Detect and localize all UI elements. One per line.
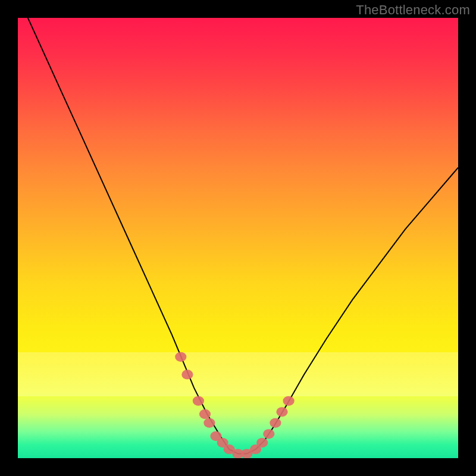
chart-frame: TheBottleneck.com [0, 0, 476, 476]
marker-dot [175, 352, 186, 362]
highlight-dots [175, 352, 295, 458]
marker-dot [263, 429, 274, 439]
plot-area [18, 18, 458, 458]
marker-dot [270, 418, 281, 428]
marker-dot [276, 407, 287, 416]
marker-dot [203, 418, 215, 428]
marker-dot [193, 396, 204, 406]
watermark-text: TheBottleneck.com [356, 2, 470, 18]
bottleneck-curve [18, 18, 458, 454]
marker-dot [181, 369, 193, 379]
marker-dot [256, 438, 268, 447]
curve-layer [18, 18, 458, 458]
curve-path [18, 18, 458, 454]
marker-dot [199, 409, 211, 419]
marker-dot [283, 396, 294, 406]
